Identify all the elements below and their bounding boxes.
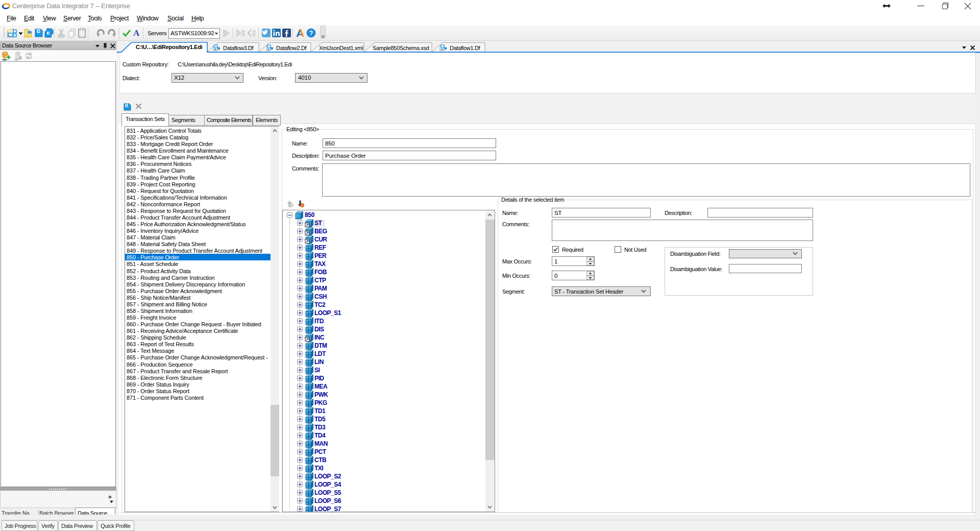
svg-text:?: ? (309, 29, 313, 37)
